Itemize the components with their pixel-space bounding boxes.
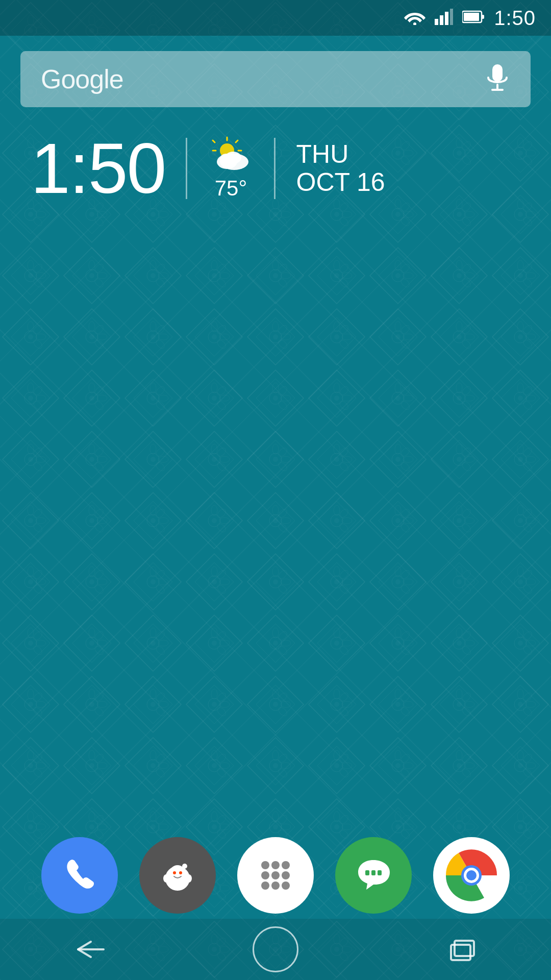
svg-point-40 [282,861,290,869]
svg-point-46 [282,881,290,890]
phone-icon[interactable] [41,837,118,914]
svg-point-53 [466,870,477,880]
svg-point-42 [271,871,280,879]
recents-button[interactable] [440,929,481,970]
svg-point-33 [179,871,182,874]
svg-point-9 [413,22,416,25]
weather-temp: 75° [215,176,247,201]
svg-point-29 [220,154,232,164]
svg-point-38 [261,861,269,869]
svg-point-37 [186,874,192,883]
svg-point-45 [271,881,280,890]
home-button[interactable] [253,926,298,972]
clock-time: 1:50 [31,133,165,204]
mic-icon[interactable] [485,61,510,97]
svg-rect-49 [378,870,382,875]
svg-rect-10 [435,19,438,25]
svg-rect-15 [482,15,484,19]
battery-icon [462,10,485,26]
status-time: 1:50 [494,7,536,30]
date-divider [274,138,276,199]
svg-point-36 [163,874,169,883]
clock-widget: 1:50 75° THU OCT 16 [31,133,551,204]
svg-rect-11 [440,15,443,25]
svg-point-39 [271,861,280,869]
svg-point-41 [261,871,269,879]
nav-bar [0,919,551,980]
back-button[interactable] [70,929,111,970]
wifi-icon [404,9,425,27]
svg-rect-16 [464,13,479,21]
svg-point-44 [261,881,269,890]
svg-point-43 [282,871,290,879]
svg-rect-13 [450,9,453,25]
svg-rect-17 [492,64,503,82]
svg-rect-12 [445,12,448,25]
signal-icon [435,9,453,27]
clock-divider [186,138,187,199]
status-bar: 1:50 [0,0,551,36]
weather-icon [208,136,254,172]
svg-line-22 [236,140,238,142]
svg-line-24 [213,140,215,142]
date-month: OCT 16 [296,168,385,197]
app-drawer-icon[interactable] [237,837,314,914]
svg-rect-48 [371,870,375,875]
chrome-icon[interactable] [433,837,510,914]
search-bar[interactable]: Google [20,51,531,107]
weather-section[interactable]: 75° [208,136,254,201]
svg-point-32 [173,871,176,874]
dock [0,837,551,914]
date-section: THU OCT 16 [296,140,385,197]
reddit-icon[interactable] [139,837,216,914]
hangouts-icon[interactable] [335,837,412,914]
google-logo: Google [41,64,123,94]
date-day: THU [296,140,348,168]
svg-rect-47 [365,870,369,875]
